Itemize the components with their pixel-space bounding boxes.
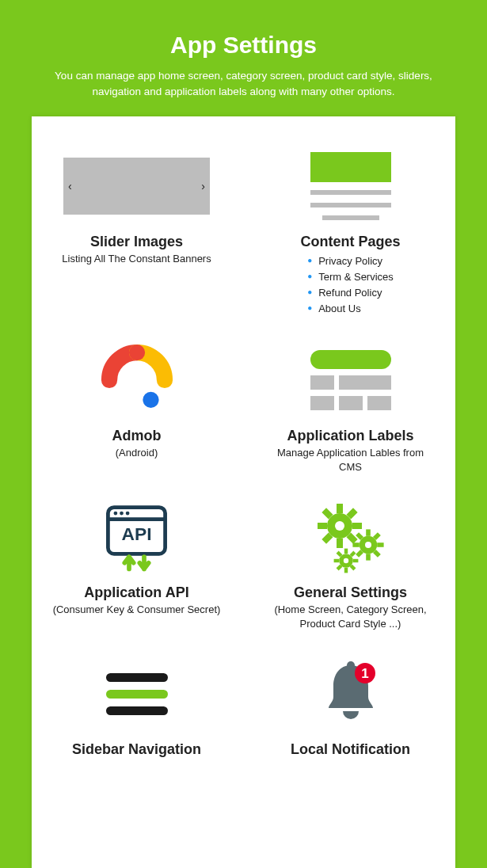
api-icon: API <box>51 497 222 577</box>
chevron-right-icon: › <box>201 180 205 192</box>
labels-title: Application Labels <box>287 428 413 444</box>
svg-point-4 <box>114 511 118 515</box>
general-cell[interactable]: General Settings (Home Screen, Category … <box>265 497 436 630</box>
gears-icon <box>265 497 436 577</box>
bell-icon: 1 <box>265 654 436 733</box>
content-pages-cell[interactable]: Content Pages Privacy Policy Term & Serv… <box>265 147 436 318</box>
notification-title: Local Notification <box>291 741 410 758</box>
svg-point-1 <box>143 392 158 408</box>
labels-cell[interactable]: Application Labels Manage Application La… <box>265 341 436 474</box>
svg-rect-9 <box>337 504 343 513</box>
svg-text:API: API <box>121 523 151 544</box>
admob-subtitle: (Android) <box>116 446 158 460</box>
api-subtitle: (Consumer Key & Consumer Secret) <box>53 603 221 617</box>
svg-rect-21 <box>377 542 383 547</box>
notification-badge: 1 <box>361 666 368 681</box>
admob-cell[interactable]: Admob (Android) <box>51 341 222 474</box>
sidebar-cell[interactable]: Sidebar Navigation <box>51 654 222 758</box>
svg-rect-12 <box>352 523 362 529</box>
svg-point-0 <box>128 345 144 360</box>
api-title: Application API <box>84 584 188 601</box>
menu-icon <box>51 654 222 733</box>
svg-rect-11 <box>318 523 327 529</box>
slider-subtitle: Listing All The Constant Banners <box>62 252 211 266</box>
chevron-left-icon: ‹ <box>68 180 72 192</box>
svg-point-38 <box>347 661 355 669</box>
svg-point-37 <box>343 558 348 563</box>
svg-point-5 <box>120 511 124 515</box>
content-item: About Us <box>307 301 394 317</box>
slider-images-cell[interactable]: ‹ › Slider Images Listing All The Consta… <box>51 147 222 318</box>
settings-grid: ‹ › Slider Images Listing All The Consta… <box>51 147 436 759</box>
settings-card: ‹ › Slider Images Listing All The Consta… <box>32 116 455 869</box>
admob-icon <box>51 341 222 420</box>
labels-subtitle: Manage Application Lables from CMS <box>265 446 436 474</box>
svg-rect-19 <box>366 554 371 560</box>
svg-rect-28 <box>344 568 347 573</box>
svg-point-35 <box>335 521 344 531</box>
svg-point-36 <box>365 542 371 548</box>
page-subtitle: You can manage app home screen, category… <box>40 68 447 101</box>
content-pages-icon <box>265 147 436 226</box>
admob-title: Admob <box>112 428 162 444</box>
content-item: Privacy Policy <box>307 253 394 269</box>
content-title: Content Pages <box>300 234 400 250</box>
page-title: App Settings <box>40 32 447 59</box>
svg-rect-20 <box>352 542 359 547</box>
svg-rect-10 <box>337 539 343 548</box>
svg-rect-18 <box>366 530 371 536</box>
api-cell[interactable]: API Application API (Consumer Key & Cons… <box>51 497 222 630</box>
slider-title: Slider Images <box>90 234 183 250</box>
labels-icon <box>265 341 436 420</box>
content-bullets: Privacy Policy Term & Services Refund Po… <box>307 253 394 318</box>
page-header: App Settings You can manage app home scr… <box>0 0 487 116</box>
general-title: General Settings <box>294 584 407 601</box>
svg-point-6 <box>126 511 130 515</box>
notification-cell[interactable]: 1 Local Notification <box>265 654 436 758</box>
svg-rect-30 <box>352 559 358 562</box>
svg-rect-29 <box>333 559 339 562</box>
content-item: Term & Services <box>307 269 394 285</box>
slider-icon: ‹ › <box>51 147 222 226</box>
general-subtitle: (Home Screen, Category Screen, Product C… <box>265 603 436 630</box>
sidebar-title: Sidebar Navigation <box>72 741 201 758</box>
svg-rect-27 <box>344 549 347 554</box>
content-item: Refund Policy <box>307 285 394 301</box>
